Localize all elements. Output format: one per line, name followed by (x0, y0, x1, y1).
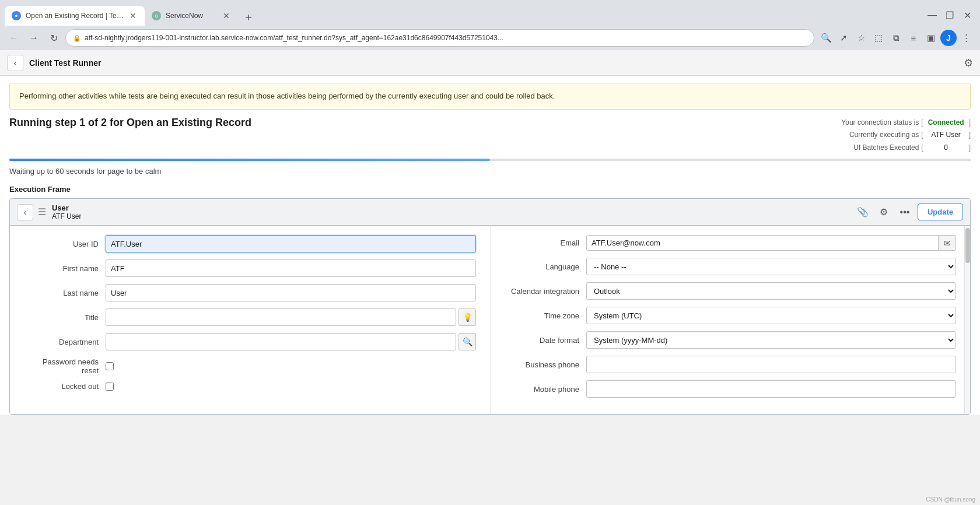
more-icon[interactable]: ••• (897, 204, 913, 220)
running-header: Running step 1 of 2 for Open an Existing… (9, 117, 971, 155)
executing-bracket-open: [ (921, 129, 923, 142)
screenshot-icon[interactable]: ⬚ (870, 30, 887, 46)
progress-bar-container (9, 159, 971, 161)
attach-icon[interactable]: 📎 (855, 204, 871, 220)
back-nav-button[interactable]: ← (6, 30, 22, 46)
settings-icon[interactable]: ⚙ (876, 204, 892, 220)
profile-avatar[interactable]: J (940, 30, 957, 46)
connection-status-row: Your connection status is [ Connected ] (841, 117, 971, 129)
maximize-button[interactable]: ❐ (942, 7, 958, 23)
label-department: Department (24, 338, 106, 346)
tab-title-1: Open an Existing Record | Test | S (26, 12, 124, 20)
form-body: User ID First name Last name (10, 226, 970, 414)
form-frame-header: ‹ ☰ User ATF User 📎 ⚙ ••• Update (10, 199, 970, 226)
sn-header: ‹ Client Test Runner ⚙ (0, 50, 980, 76)
batches-bracket-close: ] (969, 142, 971, 155)
batches-value: 0 (926, 142, 967, 155)
window-controls: — ❐ ✕ (924, 7, 975, 26)
input-last-name[interactable] (106, 284, 476, 301)
scrollbar[interactable] (964, 226, 970, 414)
form-row-mobile-phone: Mobile phone (505, 380, 956, 398)
toolbar-icons: 🔍 ➚ ☆ ⬚ ⧉ ≡ ▣ J ⋮ (818, 30, 974, 46)
tab-favicon-1: ● (12, 11, 21, 20)
waiting-text: Waiting up to 60 seconds for page to be … (9, 167, 971, 176)
frame-record-type: User (52, 204, 81, 212)
input-business-phone[interactable] (586, 356, 956, 373)
warning-banner: Performing other activities while tests … (9, 83, 971, 110)
form-row-date-format: Date format System (yyyy-MM-dd) MM/dd/yy… (505, 331, 956, 349)
form-left-section: User ID First name Last name (10, 226, 490, 414)
menu-icon[interactable]: ⋮ (958, 30, 974, 46)
department-search-icon[interactable]: 🔍 (459, 333, 476, 350)
form-row-user-id: User ID (24, 235, 476, 253)
address-bar[interactable]: 🔒 atf-sd-nightly.jrodgers119-001-instruc… (65, 29, 814, 47)
browser-chrome: ● Open an Existing Record | Test | S ✕ ⊙… (0, 0, 980, 50)
tab-1[interactable]: ● Open an Existing Record | Test | S ✕ (5, 6, 145, 26)
form-right-section: Email ✉ Language -- None -- English Span… (490, 226, 970, 414)
frame-actions: 📎 ⚙ ••• Update (855, 204, 963, 220)
address-text: atf-sd-nightly.jrodgers119-001-instructo… (85, 34, 503, 42)
connection-label: Your connection status is (841, 117, 919, 129)
format-icon[interactable]: ≡ (905, 30, 922, 46)
tab-2[interactable]: ⊙ ServiceNow ✕ (145, 6, 238, 26)
refresh-button[interactable]: ↻ (46, 30, 62, 46)
bookmark-icon[interactable]: ☆ (853, 30, 869, 46)
email-input-wrapper: ✉ (586, 235, 956, 251)
label-mobile-phone: Mobile phone (505, 385, 586, 394)
sn-back-button[interactable]: ‹ (7, 55, 23, 71)
select-calendar[interactable]: Outlook Google None (586, 282, 956, 300)
frame-menu-icon[interactable]: ☰ (38, 206, 46, 218)
sn-app: ‹ Client Test Runner ⚙ Performing other … (0, 50, 980, 415)
forward-nav-button[interactable]: → (26, 30, 42, 46)
search-icon[interactable]: 🔍 (818, 30, 834, 46)
label-first-name: First name (24, 264, 106, 273)
form-row-department: Department 🔍 (24, 333, 476, 350)
executing-value: ATF User (926, 129, 967, 142)
input-first-name[interactable] (106, 259, 476, 277)
input-department[interactable] (106, 333, 456, 350)
connection-bracket-close: ] (969, 117, 971, 129)
email-send-icon[interactable]: ✉ (938, 236, 956, 250)
address-bar-row: ← → ↻ 🔒 atf-sd-nightly.jrodgers119-001-i… (0, 26, 980, 50)
frame-back-button[interactable]: ‹ (17, 204, 33, 220)
extensions-icon[interactable]: ⧉ (888, 30, 904, 46)
sn-settings-icon[interactable]: ⚙ (964, 57, 973, 69)
label-calendar: Calendar integration (505, 287, 586, 296)
form-row-language: Language -- None -- English Spanish Fren… (505, 258, 956, 275)
update-button[interactable]: Update (918, 204, 963, 220)
checkbox-password-reset[interactable] (106, 362, 114, 370)
sn-app-title: Client Test Runner (29, 58, 101, 68)
select-timezone[interactable]: System (UTC) US/Eastern US/Pacific Europ… (586, 307, 956, 324)
select-date-format[interactable]: System (yyyy-MM-dd) MM/dd/yyyy dd/MM/yyy… (586, 331, 956, 349)
input-mobile-phone[interactable] (586, 380, 956, 398)
new-tab-button[interactable]: + (240, 9, 257, 26)
label-title: Title (24, 313, 106, 322)
share-icon[interactable]: ➚ (835, 30, 852, 46)
department-input-wrapper: 🔍 (106, 333, 476, 350)
batches-status-row: UI Batches Executed [ 0 ] (841, 142, 971, 155)
label-user-id: User ID (24, 240, 106, 248)
input-email[interactable] (587, 236, 938, 250)
input-user-id[interactable] (106, 235, 476, 253)
tab-title-2: ServiceNow (166, 12, 217, 20)
tab-close-2[interactable]: ✕ (222, 11, 231, 20)
connection-bracket-open: [ (921, 117, 923, 129)
tab-close-1[interactable]: ✕ (128, 11, 138, 20)
form-row-last-name: Last name (24, 284, 476, 301)
executing-status-row: Currently executing as [ ATF User ] (841, 129, 971, 142)
label-last-name: Last name (24, 289, 106, 297)
select-language[interactable]: -- None -- English Spanish French (586, 258, 956, 275)
executing-label: Currently executing as (849, 129, 919, 142)
minimize-button[interactable]: — (924, 7, 940, 23)
label-locked-out: Locked out (24, 382, 106, 391)
scrollbar-thumb (965, 228, 970, 263)
close-button[interactable]: ✕ (959, 7, 975, 23)
sidebar-toggle-icon[interactable]: ▣ (923, 30, 939, 46)
label-date-format: Date format (505, 336, 586, 345)
input-title[interactable] (106, 308, 456, 326)
title-lookup-icon[interactable]: 💡 (459, 308, 476, 326)
checkbox-locked-out[interactable] (106, 383, 114, 391)
form-row-calendar: Calendar integration Outlook Google None (505, 282, 956, 300)
label-email: Email (505, 239, 586, 247)
batches-bracket-open: [ (921, 142, 923, 155)
